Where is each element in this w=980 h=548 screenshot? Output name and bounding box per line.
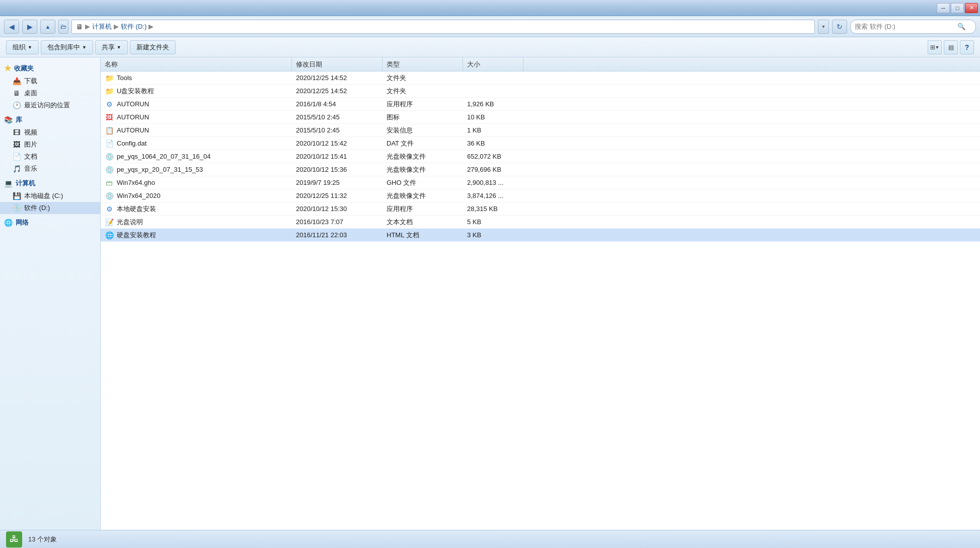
file-name: Config.dat [117, 140, 146, 147]
sidebar-item-downloads[interactable]: 📥 下载 [0, 75, 100, 87]
sidebar-network-header[interactable]: 🌐 网络 [0, 216, 100, 229]
video-icon: 🎞 [12, 128, 21, 137]
file-cell-type: 应用程序 [383, 202, 463, 215]
table-row[interactable]: 📝 光盘说明 2016/10/23 7:07 文本文档 5 KB [101, 216, 980, 229]
table-row[interactable]: 📄 Config.dat 2020/10/12 15:42 DAT 文件 36 … [101, 137, 980, 150]
col-header-modified[interactable]: 修改日期 [292, 57, 383, 71]
music-icon: 🎵 [12, 164, 21, 173]
table-row[interactable]: 🌐 硬盘安装教程 2016/11/21 22:03 HTML 文档 3 KB [101, 229, 980, 242]
breadcrumb-drive[interactable]: 软件 (D:) [121, 22, 146, 31]
table-row[interactable]: 🗃 Win7x64.gho 2019/9/7 19:25 GHO 文件 2,90… [101, 176, 980, 189]
table-row[interactable]: 💿 pe_yqs_1064_20_07_31_16_04 2020/10/12 … [101, 150, 980, 163]
preview-pane-icon: ▤ [948, 44, 954, 51]
file-name: pe_yqs_1064_20_07_31_16_04 [117, 153, 211, 160]
table-row[interactable]: 📁 U盘安装教程 2020/12/25 14:52 文件夹 [101, 85, 980, 98]
address-dropdown-button[interactable]: ▼ [818, 20, 829, 34]
file-list: 📁 Tools 2020/12/25 14:52 文件夹 📁 U盘安装教程 20… [101, 72, 980, 530]
search-input[interactable] [855, 23, 955, 30]
sidebar-computer-header[interactable]: 💻 计算机 [0, 177, 100, 190]
downloads-label: 下载 [24, 77, 37, 86]
file-cell-type: 文件夹 [383, 85, 463, 97]
file-cell-name: ⚙ 本地硬盘安装 [101, 202, 292, 215]
file-cell-type: 光盘映像文件 [383, 189, 463, 202]
new-folder-button[interactable]: 新建文件夹 [130, 40, 176, 54]
network-icon: 🌐 [4, 219, 13, 227]
file-cell-type: 光盘映像文件 [383, 163, 463, 176]
up-button[interactable]: ▲ [40, 20, 55, 34]
file-name: AUTORUN [117, 126, 149, 134]
sidebar-item-local-c[interactable]: 💾 本地磁盘 (C:) [0, 190, 100, 202]
sidebar-item-desktop[interactable]: 🖥 桌面 [0, 87, 100, 99]
search-icon[interactable]: 🔍 [957, 23, 965, 30]
help-button[interactable]: ? [960, 40, 974, 54]
file-cell-type: 图标 [383, 111, 463, 123]
view-mode-button[interactable]: ⊞ ▼ [928, 40, 942, 54]
sidebar-item-doc[interactable]: 📄 文档 [0, 151, 100, 163]
maximize-button[interactable]: □ [951, 3, 964, 13]
file-type-icon: 🖼 [105, 113, 114, 122]
include-dropdown-icon: ▼ [82, 45, 87, 50]
search-bar: 🔍 [850, 20, 976, 34]
table-row[interactable]: 🖼 AUTORUN 2015/5/10 2:45 图标 10 KB [101, 111, 980, 124]
star-icon: ★ [4, 63, 11, 73]
file-cell-modified: 2020/10/12 15:42 [292, 137, 383, 150]
table-row[interactable]: 💿 Win7x64_2020 2020/12/25 11:32 光盘映像文件 3… [101, 189, 980, 202]
file-cell-modified: 2015/5/10 2:45 [292, 124, 383, 136]
table-row[interactable]: 📁 Tools 2020/12/25 14:52 文件夹 [101, 72, 980, 85]
doc-icon: 📄 [12, 152, 21, 161]
col-header-type[interactable]: 类型 [383, 57, 463, 71]
file-cell-size: 279,696 KB [463, 163, 523, 176]
file-name: 硬盘安装教程 [117, 231, 156, 240]
organize-button[interactable]: 组织 ▼ [6, 40, 39, 54]
sidebar-favorites-header[interactable]: ★ 收藏夹 [0, 61, 100, 75]
file-cell-size: 5 KB [463, 216, 523, 228]
organize-dropdown-icon: ▼ [28, 45, 32, 50]
forward-button[interactable]: ▶ [22, 20, 37, 34]
sidebar-library-header[interactable]: 📚 库 [0, 113, 100, 126]
file-name: 光盘说明 [117, 218, 143, 227]
sidebar-item-recent[interactable]: 🕐 最近访问的位置 [0, 99, 100, 111]
file-cell-name: 🗃 Win7x64.gho [101, 176, 292, 189]
preview-pane-button[interactable]: ▤ [944, 40, 958, 54]
refresh-icon: ↻ [837, 23, 843, 31]
back-button[interactable]: ◀ [4, 20, 19, 34]
file-cell-name: 🖼 AUTORUN [101, 111, 292, 123]
breadcrumb-computer[interactable]: 计算机 [92, 22, 112, 31]
sidebar-favorites-section: ★ 收藏夹 📥 下载 🖥 桌面 🕐 最近访问的位置 [0, 61, 100, 111]
addressbar: ◀ ▶ ▲ 🗁 🖥 ▶ 计算机 ▶ 软件 (D:) ▶ ▼ ↻ 🔍 [0, 16, 980, 37]
file-name: AUTORUN [117, 113, 149, 121]
close-button[interactable]: ✕ [965, 3, 978, 13]
col-header-size[interactable]: 大小 [463, 57, 523, 71]
breadcrumb-bar: 🖥 ▶ 计算机 ▶ 软件 (D:) ▶ [71, 20, 815, 34]
sidebar-item-video[interactable]: 🎞 视频 [0, 126, 100, 139]
sidebar-item-software-d[interactable]: 💿 软件 (D:) [0, 202, 100, 214]
table-row[interactable]: ⚙ AUTORUN 2016/1/8 4:54 应用程序 1,926 KB [101, 98, 980, 111]
include-library-button[interactable]: 包含到库中 ▼ [41, 40, 93, 54]
file-cell-name: 📋 AUTORUN [101, 124, 292, 136]
file-cell-name: 💿 Win7x64_2020 [101, 189, 292, 202]
favorites-label: 收藏夹 [14, 64, 34, 73]
view-mode-icon: ⊞ [930, 44, 935, 51]
sidebar-item-music[interactable]: 🎵 音乐 [0, 163, 100, 175]
file-cell-type: GHO 文件 [383, 176, 463, 189]
share-button[interactable]: 共享 ▼ [95, 40, 128, 54]
file-cell-modified: 2020/12/25 11:32 [292, 189, 383, 202]
refresh-button[interactable]: ↻ [832, 20, 847, 34]
file-cell-type: 文件夹 [383, 72, 463, 84]
minimize-button[interactable]: ─ [937, 3, 950, 13]
titlebar: ─ □ ✕ [0, 0, 980, 16]
sidebar-computer-section: 💻 计算机 💾 本地磁盘 (C:) 💿 软件 (D:) [0, 177, 100, 214]
sidebar-library-section: 📚 库 🎞 视频 🖼 图片 📄 文档 🎵 音乐 [0, 113, 100, 175]
col-header-name[interactable]: 名称 [101, 57, 292, 71]
table-row[interactable]: 💿 pe_yqs_xp_20_07_31_15_53 2020/10/12 15… [101, 163, 980, 176]
recent-locations-button[interactable]: 🗁 [58, 20, 68, 34]
sidebar-item-image[interactable]: 🖼 图片 [0, 139, 100, 151]
table-row[interactable]: 📋 AUTORUN 2015/5/10 2:45 安装信息 1 KB [101, 124, 980, 137]
file-cell-type: 安装信息 [383, 124, 463, 136]
file-type-icon: 💿 [105, 152, 114, 161]
file-cell-size [463, 85, 523, 97]
image-label: 图片 [24, 140, 37, 149]
file-type-icon: 🌐 [105, 231, 114, 240]
file-cell-modified: 2020/10/12 15:41 [292, 150, 383, 163]
table-row[interactable]: ⚙ 本地硬盘安装 2020/10/12 15:30 应用程序 28,315 KB [101, 202, 980, 216]
